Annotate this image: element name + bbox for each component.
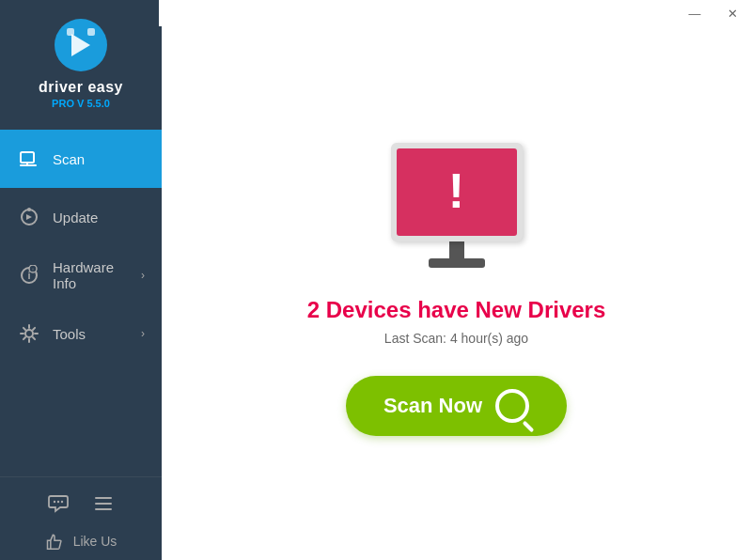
alert-title: 2 Devices have New Drivers bbox=[307, 297, 606, 323]
monitor-stand-base bbox=[429, 258, 485, 268]
svg-point-15 bbox=[61, 501, 63, 503]
app-name: driver easy bbox=[39, 79, 123, 96]
exclamation-mark: ! bbox=[448, 166, 464, 215]
monitor-illustration: ! bbox=[382, 143, 532, 274]
svg-rect-1 bbox=[67, 28, 74, 36]
sidebar-item-hardware-info[interactable]: i ↑ Hardware Info › bbox=[0, 246, 162, 304]
sidebar-nav: Scan Update i ↑ H bbox=[0, 130, 162, 476]
title-bar: — ✕ bbox=[159, 0, 751, 26]
chat-icon-button[interactable] bbox=[43, 489, 73, 519]
hardware-info-icon: i ↑ bbox=[17, 263, 41, 288]
scan-icon bbox=[17, 147, 41, 171]
like-us-row[interactable]: Like Us bbox=[28, 532, 134, 551]
monitor-screen-inner: ! bbox=[397, 148, 517, 236]
like-us-label: Like Us bbox=[73, 534, 117, 549]
main-content: ! 2 Devices have New Drivers Last Scan: … bbox=[162, 0, 751, 560]
monitor-stand-neck bbox=[449, 241, 464, 258]
search-icon bbox=[495, 389, 529, 423]
close-button[interactable]: ✕ bbox=[713, 0, 751, 26]
scan-now-button[interactable]: Scan Now bbox=[346, 376, 567, 436]
sidebar: driver easy PRO V 5.5.0 Scan bbox=[0, 0, 162, 560]
svg-rect-2 bbox=[87, 28, 95, 36]
sidebar-item-hardware-info-label: Hardware Info bbox=[53, 259, 141, 291]
hardware-info-chevron-icon: › bbox=[141, 269, 145, 282]
svg-point-7 bbox=[27, 208, 31, 211]
sidebar-item-scan[interactable]: Scan bbox=[0, 130, 162, 188]
sidebar-item-update-label: Update bbox=[53, 210, 145, 226]
monitor-screen: ! bbox=[391, 143, 523, 241]
app-version: PRO V 5.5.0 bbox=[52, 98, 110, 109]
scan-now-label: Scan Now bbox=[383, 394, 482, 418]
minimize-button[interactable]: — bbox=[676, 0, 713, 26]
sidebar-item-tools[interactable]: Tools › bbox=[0, 304, 162, 363]
svg-point-12 bbox=[25, 330, 33, 337]
sidebar-header: driver easy PRO V 5.5.0 bbox=[0, 0, 162, 122]
sidebar-item-scan-label: Scan bbox=[53, 151, 145, 167]
update-icon bbox=[17, 205, 41, 229]
sidebar-item-update[interactable]: Update bbox=[0, 188, 162, 246]
sidebar-item-tools-label: Tools bbox=[53, 326, 141, 342]
list-icon-button[interactable] bbox=[88, 489, 118, 519]
svg-point-14 bbox=[57, 501, 59, 503]
sidebar-footer: Like Us bbox=[0, 476, 162, 560]
app-logo bbox=[53, 17, 109, 73]
last-scan-text: Last Scan: 4 hour(s) ago bbox=[384, 331, 528, 346]
like-icon bbox=[45, 532, 64, 551]
tools-chevron-icon: › bbox=[141, 327, 145, 340]
svg-point-13 bbox=[54, 501, 55, 503]
svg-rect-3 bbox=[21, 152, 34, 163]
svg-text:↑: ↑ bbox=[32, 267, 35, 272]
footer-icons bbox=[43, 489, 118, 519]
tools-icon bbox=[17, 321, 41, 346]
